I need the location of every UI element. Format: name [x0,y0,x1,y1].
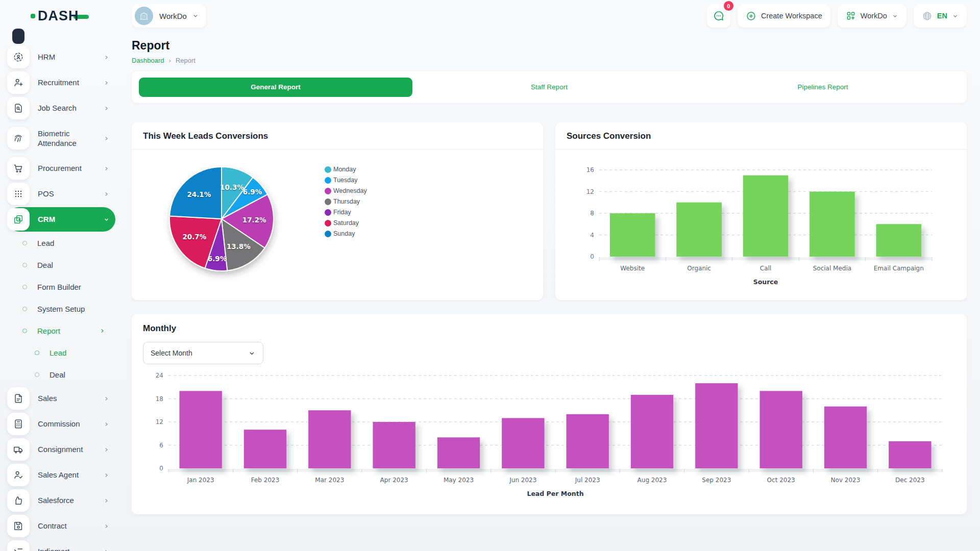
logo-dot-icon [31,14,35,18]
hrm-icon [7,46,30,68]
sidebar-item-label: HRM [38,52,93,62]
workspace-switcher[interactable]: WorkDo [132,4,206,28]
svg-text:May 2023: May 2023 [444,477,474,484]
tab-staff-report[interactable]: Staff Report [412,78,686,97]
legend-dot-icon [325,166,331,173]
messages-badge: 0 [724,1,733,11]
sidebar-item-sales-agent[interactable]: Sales Agent [7,463,115,487]
sidebar-item-form-builder[interactable]: Form Builder [7,277,115,297]
sidebar-item-salesforce[interactable]: Salesforce [7,488,115,513]
sidebar-item-lead[interactable]: Lead [7,342,115,363]
legend-item-wednesday[interactable]: Wednesday [325,187,367,194]
sidebar-subitem-label: Deal [37,261,53,269]
sidebar-item-recruitment[interactable]: Recruitment [7,70,115,95]
sidebar-item-indiamart[interactable]: Indiamart [7,539,115,551]
sources-chart-wrap: 0481216WebsiteOrganicCallSocial MediaEma… [555,149,967,297]
sidebar-item-label: Indiamart [38,546,93,551]
chevron-down-icon [892,13,898,19]
sidebar-item-pos[interactable]: POS [7,182,115,206]
app-menu-label: WorkDo [861,12,887,20]
sidebar-item-procurement[interactable]: Procurement [7,156,115,181]
breadcrumb-dashboard-link[interactable]: Dashboard [132,57,164,64]
create-workspace-label: Create Workspace [761,12,822,20]
chevron-right-icon [103,548,110,551]
svg-text:6: 6 [159,442,163,449]
month-select-value: Select Month [151,349,192,357]
leads-pie-chart: 10.3%6.9%17.2%13.8%6.9%20.7%24.1% [150,155,303,283]
svg-text:Aug 2023: Aug 2023 [638,477,667,484]
sidebar-item-sales[interactable]: Sales [7,386,115,411]
chevron-right-icon [103,54,110,61]
svg-text:10.3%: 10.3% [220,183,244,191]
indiamart-icon [7,540,30,551]
sidebar-subitem-label: Form Builder [37,283,81,291]
sidebar-subitem-label: System Setup [37,305,85,313]
svg-text:0: 0 [590,253,594,260]
sidebar-item-lead[interactable]: Lead [7,233,115,253]
svg-text:Oct 2023: Oct 2023 [767,477,795,484]
sidebar-item-commission[interactable]: Commission [7,412,115,436]
logo-text: DASH [38,8,79,24]
report-tabbar: General Report Staff Report Pipelines Re… [132,71,967,103]
building-icon [139,11,149,21]
svg-text:Website: Website [620,265,645,272]
tab-general-report[interactable]: General Report [139,78,412,97]
svg-text:12: 12 [156,418,163,425]
sidebar-item-label: POS [38,189,93,199]
sidebar-item-consignment[interactable]: Consignment [7,437,115,462]
sidebar-item-system-setup[interactable]: System Setup [7,298,115,319]
sidebar-item-report[interactable]: Report [7,320,115,341]
legend-item-tuesday[interactable]: Tuesday [325,177,367,184]
month-select[interactable]: Select Month [143,342,263,364]
svg-text:6.9%: 6.9% [208,255,227,263]
sidebar-item-deal[interactable]: Deal [7,255,115,275]
legend-dot-icon [325,188,331,194]
bullet-icon [22,329,27,333]
logo[interactable]: DASH [7,0,115,32]
leads-conversions-card: This Week Leads Conversions 10.3%6.9%17.… [132,122,543,300]
sidebar-item-hrm[interactable]: HRM [7,45,115,69]
sidebar-item-contract[interactable]: Contract [7,514,115,538]
legend-item-friday[interactable]: Friday [325,209,367,216]
sidebar-item-job-search[interactable]: Job Search [7,96,115,120]
legend-item-saturday[interactable]: Saturday [325,219,367,227]
svg-text:6.9%: 6.9% [243,188,262,196]
legend-dot-icon [325,231,331,237]
sidebar: DASH HRMRecruitmentJob SearchBiometric A… [0,0,120,551]
legend-label: Friday [333,209,351,216]
sidebar-item-label: Recruitment [38,78,93,88]
legend-item-sunday[interactable]: Sunday [325,230,367,237]
app-menu-button[interactable]: WorkDo [838,4,906,28]
legend-item-monday[interactable]: Monday [325,166,367,173]
topbar: WorkDo 0 Cre [132,0,967,32]
legend-label: Wednesday [333,187,367,194]
svg-text:24.1%: 24.1% [187,190,211,198]
bullet-icon [35,350,39,355]
messages-button[interactable]: 0 [707,4,730,28]
sidebar-item-biometric-attendance[interactable]: Biometric Attendance [7,121,115,155]
bullet-icon [35,372,39,377]
commission-icon [7,413,30,435]
tab-pipelines-report[interactable]: Pipelines Report [686,78,960,97]
sidebar-item-label: Consignment [38,444,93,455]
sidebar-scroll-thumb[interactable] [12,29,24,44]
create-workspace-button[interactable]: Create Workspace [738,4,830,28]
chevron-down-icon [248,349,256,357]
svg-text:Lead Per Month: Lead Per Month [527,490,583,497]
chevron-right-icon [103,522,110,530]
chevron-right-icon [103,135,110,142]
breadcrumb-separator: › [169,57,171,64]
sidebar-nav: HRMRecruitmentJob SearchBiometric Attend… [7,32,115,551]
legend-item-thursday[interactable]: Thursday [325,198,367,205]
language-selector[interactable]: EN [914,4,967,28]
legend-label: Thursday [333,198,360,205]
chevron-right-icon [103,165,110,172]
sidebar-item-crm[interactable]: CRM [7,207,115,232]
chevron-down-icon [103,216,110,223]
svg-text:Call: Call [760,265,771,272]
crm-icon [7,208,30,231]
apps-grid-icon [846,11,856,21]
sidebar-item-deal[interactable]: Deal [7,364,115,385]
chevron-down-icon [952,13,959,19]
sidebar-item-label: Commission [38,419,93,429]
